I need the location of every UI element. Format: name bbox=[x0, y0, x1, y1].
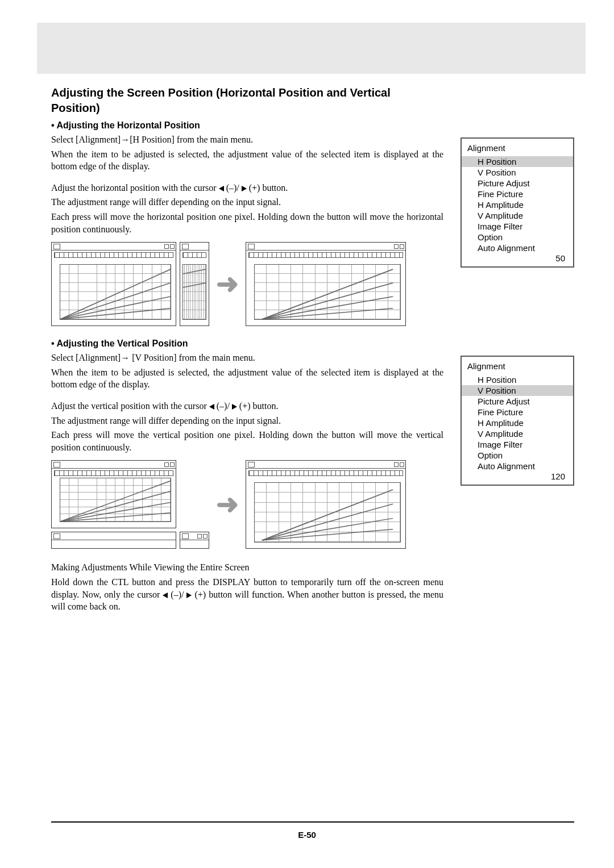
footer-rule bbox=[51, 821, 574, 823]
menu-list: H Position V Position Picture Adjust Fin… bbox=[462, 156, 573, 253]
menu-title: Alignment bbox=[462, 360, 573, 374]
menu-item-option[interactable]: Option bbox=[462, 232, 573, 243]
right-triangle-icon bbox=[242, 186, 247, 191]
menu-item-image-filter[interactable]: Image Filter bbox=[462, 221, 573, 232]
left-triangle-icon bbox=[219, 186, 224, 191]
menu-item-v-amplitude[interactable]: V Amplitude bbox=[462, 210, 573, 221]
menu-item-h-position[interactable]: H Position bbox=[462, 156, 573, 167]
menu-item-auto-alignment[interactable]: Auto Alignment bbox=[462, 243, 573, 253]
final-p2: Hold down the CTL button and press the D… bbox=[51, 576, 443, 613]
left-triangle-icon bbox=[209, 404, 214, 410]
menu-item-v-position[interactable]: V Position bbox=[462, 385, 573, 396]
alignment-menu-v: Alignment H Position V Position Picture … bbox=[460, 356, 574, 486]
arrow-right-icon: ➜ bbox=[216, 491, 239, 518]
menu-value: 120 bbox=[462, 471, 573, 482]
menu-item-fine-picture[interactable]: Fine Picture bbox=[462, 407, 573, 418]
v-before-extra-window bbox=[51, 532, 176, 549]
menu-item-picture-adjust[interactable]: Picture Adjust bbox=[462, 396, 573, 407]
v-p5: Each press will move the vertical positi… bbox=[51, 429, 443, 453]
menu-item-option[interactable]: Option bbox=[462, 450, 573, 461]
h-before-extra-window bbox=[180, 242, 209, 326]
h-before-main-window bbox=[51, 242, 176, 326]
menu-item-v-position[interactable]: V Position bbox=[462, 167, 573, 178]
menu-item-fine-picture[interactable]: Fine Picture bbox=[462, 189, 573, 199]
v-before-extra-controls bbox=[180, 532, 209, 549]
arrow-right-icon: ➜ bbox=[216, 270, 239, 298]
v-diagram: ➜ bbox=[51, 460, 443, 549]
menu-value: 50 bbox=[462, 253, 573, 264]
page-number: E-50 bbox=[0, 830, 614, 840]
section-heading: Adjusting the Screen Position (Horizonta… bbox=[51, 85, 426, 116]
alignment-menu-h: Alignment H Position V Position Picture … bbox=[460, 137, 574, 268]
v-p2: When the item to be adjusted is selected… bbox=[51, 366, 443, 391]
menu-title: Alignment bbox=[462, 142, 573, 156]
menu-item-image-filter[interactable]: Image Filter bbox=[462, 439, 573, 450]
h-p5: Each press will move the horizontal posi… bbox=[51, 211, 443, 235]
v-before-main-window bbox=[51, 460, 176, 528]
header-band bbox=[37, 23, 586, 74]
v-p1: Select [Alignment]→ [V Position] from th… bbox=[51, 352, 443, 364]
left-triangle-icon bbox=[163, 592, 168, 598]
v-subheading: • Adjusting the Vertical Position bbox=[51, 339, 443, 349]
menu-item-h-amplitude[interactable]: H Amplitude bbox=[462, 199, 573, 210]
h-p3: Adjust the horizontal position with the … bbox=[51, 182, 443, 194]
menu-item-auto-alignment[interactable]: Auto Alignment bbox=[462, 461, 573, 471]
v-after-window bbox=[246, 460, 406, 549]
h-p4: The adjustment range will differ dependi… bbox=[51, 196, 443, 208]
h-subheading: • Adjusting the Horizontal Position bbox=[51, 120, 443, 131]
right-triangle-icon bbox=[232, 404, 237, 410]
h-p2: When the item to be adjusted is selected… bbox=[51, 148, 443, 173]
menu-list: H Position V Position Picture Adjust Fin… bbox=[462, 374, 573, 471]
menu-item-v-amplitude[interactable]: V Amplitude bbox=[462, 428, 573, 439]
h-p1: Select [Alignment]→[H Position] from the… bbox=[51, 133, 443, 146]
menu-item-h-position[interactable]: H Position bbox=[462, 374, 573, 385]
v-p3: Adjust the vertical position with the cu… bbox=[51, 400, 443, 412]
menu-item-picture-adjust[interactable]: Picture Adjust bbox=[462, 178, 573, 189]
h-diagram: ➜ bbox=[51, 242, 443, 326]
final-p1: Making Adjustments While Viewing the Ent… bbox=[51, 561, 443, 574]
v-p4: The adjustment range will differ dependi… bbox=[51, 415, 443, 427]
h-after-window bbox=[246, 242, 406, 326]
menu-item-h-amplitude[interactable]: H Amplitude bbox=[462, 418, 573, 428]
